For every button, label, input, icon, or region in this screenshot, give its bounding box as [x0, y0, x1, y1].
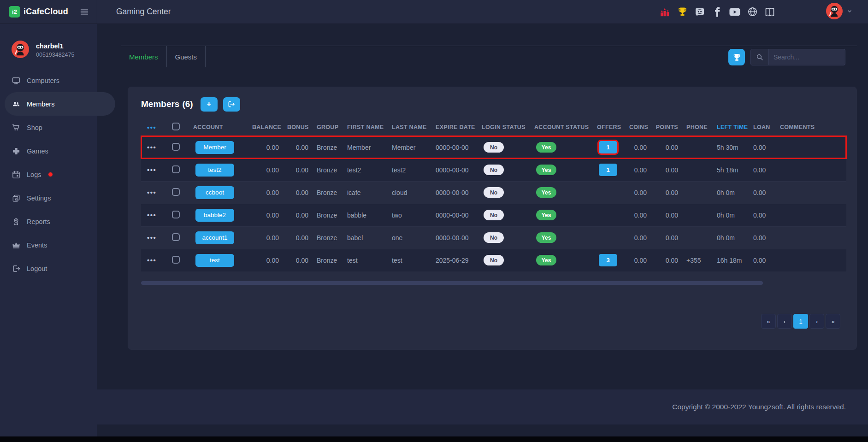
table-row: ••• test 0.00 0.00 Bronze test test 2025… [141, 249, 846, 271]
col-header-comments[interactable]: COMMENTS [777, 119, 846, 136]
sidebar-user[interactable]: charbel1 005193482475 [0, 24, 97, 60]
account-button[interactable]: Member [195, 141, 234, 154]
pagination-next-button[interactable]: › [809, 314, 824, 329]
columns-menu-icon[interactable]: ••• [144, 124, 156, 131]
group-cell: Bronze [314, 249, 344, 271]
col-header-coins[interactable]: COINS [626, 119, 652, 136]
sidebar-item-members[interactable]: Members [5, 92, 115, 116]
discord-icon[interactable] [694, 6, 705, 18]
col-header-expire-date[interactable]: EXPIRE DATE [433, 119, 479, 136]
row-actions-icon[interactable]: ••• [144, 143, 156, 151]
col-header-account[interactable]: ACCOUNT [190, 119, 249, 136]
row-checkbox[interactable] [172, 143, 180, 151]
sidebar-item-games[interactable]: Games [0, 139, 115, 163]
export-button[interactable] [223, 97, 240, 112]
phone-cell [684, 159, 714, 181]
col-header-left-time[interactable]: LEFT TIME [714, 119, 750, 136]
col-header-bonus[interactable]: BONUS [284, 119, 314, 136]
sidebar-item-events[interactable]: Events [0, 233, 115, 257]
sidebar-item-shop[interactable]: Shop [0, 116, 115, 139]
pagination-first-button[interactable]: « [761, 314, 776, 329]
panel-header: Members (6) + [128, 87, 857, 113]
table-header-row: ••• ACCOUNT BALANCE BONUS GROUP FIRST NA… [141, 119, 846, 136]
guide-icon[interactable] [764, 6, 775, 18]
col-header-loan[interactable]: LOAN [750, 119, 777, 136]
menu-icon[interactable] [79, 7, 89, 17]
sidebar-item-computers[interactable]: Computers [0, 69, 115, 92]
shop-icon [12, 123, 21, 132]
horizontal-scrollbar-track [141, 281, 846, 285]
select-all-checkbox[interactable] [172, 123, 180, 130]
sidebar-item-logout[interactable]: Logout [0, 257, 115, 280]
row-checkbox[interactable] [172, 165, 180, 173]
table-row: ••• ccboot 0.00 0.00 Bronze icafe cloud … [141, 181, 846, 204]
sidebar-item-label: Settings [27, 194, 51, 202]
row-checkbox[interactable] [172, 256, 180, 264]
row-checkbox[interactable] [172, 211, 180, 218]
left-time-cell: 5h 18m [714, 159, 750, 181]
pagination-page-1-button[interactable]: 1 [793, 314, 808, 329]
balance-cell: 0.00 [249, 249, 284, 271]
first-name-cell: test [344, 249, 389, 271]
col-header-offers[interactable]: OFFERS [594, 119, 626, 136]
facebook-icon[interactable] [712, 6, 723, 18]
col-header-points[interactable]: POINTS [652, 119, 684, 136]
row-actions-icon[interactable]: ••• [144, 211, 156, 219]
sidebar-item-settings[interactable]: Settings [0, 186, 115, 210]
events-icon [12, 241, 21, 250]
points-cell: 0.00 [652, 249, 684, 271]
members-icon [12, 100, 21, 109]
first-name-cell: test2 [344, 159, 389, 181]
horizontal-scrollbar-thumb[interactable] [141, 281, 763, 285]
account-button[interactable]: test [195, 254, 234, 267]
row-actions-icon[interactable]: ••• [144, 256, 156, 264]
sidebar-item-label: Computers [27, 77, 59, 84]
account-button[interactable]: account1 [195, 231, 234, 244]
app-logo[interactable]: i2 iCafeCloud [9, 6, 68, 18]
sidebar-item-reports[interactable]: Reports [0, 210, 115, 233]
col-header-login-status[interactable]: LOGIN STATUS [479, 119, 531, 136]
search-icon[interactable] [751, 49, 769, 65]
col-header-group[interactable]: GROUP [314, 119, 344, 136]
tab-guests[interactable]: Guests [167, 46, 206, 67]
offers-button[interactable]: 3 [599, 254, 617, 266]
row-actions-icon[interactable]: ••• [144, 234, 156, 242]
account-status-badge: Yes [536, 210, 556, 220]
pagination-prev-button[interactable]: ‹ [777, 314, 792, 329]
expire-date-cell: 2025-06-29 [433, 249, 479, 271]
account-button[interactable]: babble2 [195, 209, 234, 222]
row-actions-icon[interactable]: ••• [144, 189, 156, 196]
col-header-first-name[interactable]: FIRST NAME [344, 119, 389, 136]
offers-button[interactable]: 1 [599, 141, 617, 153]
user-menu[interactable] [826, 3, 853, 21]
phone-cell: +355 [684, 249, 714, 271]
sidebar-item-label: Reports [27, 218, 50, 225]
col-header-last-name[interactable]: LAST NAME [389, 119, 433, 136]
offers-button[interactable]: 1 [599, 164, 617, 176]
row-actions-icon[interactable]: ••• [144, 166, 156, 174]
sidebar-item-logs[interactable]: Logs [0, 163, 115, 186]
row-checkbox[interactable] [172, 233, 180, 241]
search-input[interactable] [769, 49, 845, 65]
members-table-body: ••• Member 0.00 0.00 Bronze Member Membe… [141, 136, 846, 271]
account-button[interactable]: test2 [195, 164, 234, 177]
account-button[interactable]: ccboot [195, 186, 234, 199]
website-icon[interactable] [747, 6, 758, 18]
col-header-balance[interactable]: BALANCE [249, 119, 284, 136]
youtube-icon[interactable] [729, 6, 740, 18]
add-member-button[interactable]: + [201, 97, 218, 112]
row-checkbox[interactable] [172, 188, 180, 196]
left-time-cell: 5h 30m [714, 136, 750, 159]
leaderboard-icon[interactable] [659, 6, 670, 18]
sidebar-item-label: Logout [27, 265, 47, 272]
account-status-badge: Yes [536, 142, 556, 153]
tournament-button[interactable] [728, 49, 745, 65]
sidebar-item-label: Members [27, 100, 54, 108]
points-cell: 0.00 [652, 226, 684, 249]
col-header-phone[interactable]: PHONE [684, 119, 714, 136]
logo-text: iCafeCloud [24, 7, 68, 17]
col-header-account-status[interactable]: ACCOUNT STATUS [531, 119, 594, 136]
pagination-last-button[interactable]: » [826, 314, 840, 329]
tournament-icon[interactable] [677, 6, 688, 18]
tab-members[interactable]: Members [121, 46, 167, 67]
